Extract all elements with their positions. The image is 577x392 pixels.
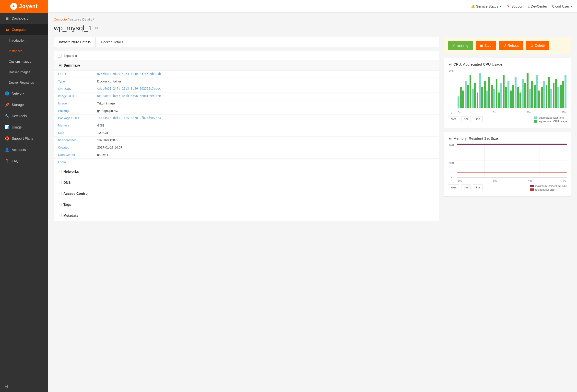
cn-uuid-value[interactable]: cdec4e60-2f7d-11e3-8c56-002590c3ebec xyxy=(97,87,435,91)
cpu-bar xyxy=(472,89,474,108)
sidebar-item-instances[interactable]: Instances xyxy=(0,46,48,56)
tab-docker[interactable]: Docker Details xyxy=(96,37,128,47)
cpu-bar xyxy=(491,85,493,108)
service-status-nav[interactable]: 🔔 Service Status ▾ xyxy=(471,4,501,8)
usage-icon: 📊 xyxy=(5,125,9,130)
logo[interactable]: + Joyent xyxy=(0,0,48,13)
sidebar-item-usage[interactable]: 📊 Usage xyxy=(0,122,48,133)
action-bar: ✔ running ◼ Stop ↺ Reboot ⊘ Delete xyxy=(444,37,571,54)
tags-section-header[interactable]: ✓ Tags xyxy=(54,199,439,210)
detail-image-uuid: Image UUID 6e92aeaa-b0c7-a6ab-3506-6e08f… xyxy=(54,93,439,100)
tab-infrastructure[interactable]: Infrastructure Details xyxy=(54,37,96,47)
cpu-bar xyxy=(481,87,483,108)
sidebar-item-faq[interactable]: ❓ FAQ xyxy=(0,155,48,167)
sidebar-label-custom-images: Custom Images xyxy=(9,60,31,63)
header-nav: 🔔 Service Status ▾ ❓ Support ℹ DevCenter… xyxy=(471,4,572,8)
reboot-button[interactable]: ↺ Reboot xyxy=(499,41,523,50)
edit-name-icon[interactable]: ✏ xyxy=(95,26,99,31)
sidebar-item-docker-registries[interactable]: Docker Registries xyxy=(0,77,48,88)
cpu-bar-button[interactable]: bar xyxy=(461,116,471,122)
cpu-bar xyxy=(500,83,502,108)
mem-line-button[interactable]: line xyxy=(473,185,483,190)
summary-content: UUID 0263b38c-9b90-4264-b24e-d3733c9ba25… xyxy=(54,70,439,166)
sidebar-item-docker-images[interactable]: Docker Images xyxy=(0,67,48,77)
sidebar-label-docker-registries: Docker Registries xyxy=(9,81,34,84)
mem-bar-button[interactable]: bar xyxy=(461,185,471,190)
cpu-bar xyxy=(536,75,538,108)
expand-all-button[interactable]: ✓ Expand all xyxy=(54,51,439,60)
networks-section-header[interactable]: ✓ Networks xyxy=(54,166,439,177)
sidebar-item-network[interactable]: 🌐 Network xyxy=(0,88,48,99)
cpu-bar xyxy=(529,89,531,108)
cpu-bar xyxy=(503,75,505,108)
cpu-bar xyxy=(474,83,476,108)
image-uuid-value[interactable]: 6e92aeaa-b0c7-a6ab-3506-6e08fc99942e xyxy=(97,94,435,98)
summary-section-header[interactable]: ▣ Summary xyxy=(54,60,439,70)
storage-icon: 📌 xyxy=(5,102,9,107)
grid-icon: ⊞ xyxy=(5,16,9,21)
mem-2gb-label: 2GB xyxy=(448,162,454,164)
sidebar-label-network: Network xyxy=(12,92,24,96)
sidebar-item-storage[interactable]: 📌 Storage xyxy=(0,99,48,110)
stop-button[interactable]: ◼ Stop xyxy=(476,41,496,50)
cpu-bar xyxy=(510,91,512,108)
header: + Joyent 🔔 Service Status ▾ ❓ Support ℹ … xyxy=(0,0,577,13)
right-panel: ✔ running ◼ Stop ↺ Reboot ⊘ Delete xyxy=(444,37,571,221)
cpu-area-button[interactable]: area xyxy=(448,116,459,122)
mem-chart-controls: area bar line xyxy=(448,185,483,190)
legend-cpu-color xyxy=(534,120,537,123)
cpu-bar xyxy=(484,81,486,108)
cpu-bar xyxy=(553,83,555,108)
cpu-bar xyxy=(565,75,567,108)
service-status-label: Service Status xyxy=(476,4,498,8)
memory-chart-footer: area bar line maximum resident set size xyxy=(448,185,567,192)
metadata-section-header[interactable]: ✓ Metadata xyxy=(54,210,439,221)
cn-uuid-label: CN UUID xyxy=(58,87,97,91)
devcenter-nav[interactable]: ℹ DevCenter xyxy=(528,4,547,8)
access-control-section-header[interactable]: ✓ Access Control xyxy=(54,188,439,199)
breadcrumb: Compute / Instance Details / xyxy=(54,18,571,21)
type-label: Type xyxy=(58,80,97,83)
cpu-x-labels: 0s 15s 30s 45s xyxy=(457,110,567,114)
sidebar-item-accounts[interactable]: 👤 Accounts xyxy=(0,144,48,155)
sidebar-item-dashboard[interactable]: ⊞ Dashboard xyxy=(0,13,48,24)
sidebar-item-devtools[interactable]: 🔧 Dev Tools xyxy=(0,110,48,122)
cpu-bar xyxy=(493,89,495,108)
sidebar-item-introduction[interactable]: Introduction xyxy=(0,35,48,46)
datacenter-value: us-sw-1 xyxy=(97,153,435,157)
cpu-bar xyxy=(541,87,543,108)
sidebar-label-docker-images: Docker Images xyxy=(9,70,30,74)
mem-4gb-label: 4GB xyxy=(448,143,454,146)
cpu-bar xyxy=(479,73,481,108)
breadcrumb-compute-link[interactable]: Compute xyxy=(54,18,67,21)
cpu-bar xyxy=(477,93,479,108)
package-uuid-value[interactable]: 14b0351e-d0f8-11e5-8a78-9fb74f9e7bc3 xyxy=(97,116,435,120)
mem-area-button[interactable]: area xyxy=(448,185,459,190)
image-value: Triton image xyxy=(97,101,435,105)
sidebar-item-compute[interactable]: 🖥 Compute xyxy=(0,24,48,35)
cpu-bar xyxy=(512,85,514,108)
delete-button[interactable]: ⊘ Delete xyxy=(526,41,549,50)
running-status-button[interactable]: ✔ running xyxy=(448,41,473,50)
detail-created: Created 2017-01-17 14:07 xyxy=(54,144,439,151)
cpu-line-button[interactable]: line xyxy=(473,116,483,122)
login-value[interactable] xyxy=(97,160,435,164)
cpu-chart-title: ▣ CPU: Aggregated CPU Usage xyxy=(448,62,567,66)
networks-section: ✓ Networks xyxy=(54,166,439,177)
cpu-bar xyxy=(550,89,552,108)
sidebar-label-dashboard: Dashboard xyxy=(12,16,29,20)
cloud-user-nav[interactable]: Cloud User ▾ xyxy=(552,4,572,8)
uuid-value[interactable]: 0263b38c-9b90-4264-b24e-d3733c9ba25b xyxy=(97,72,435,76)
sidebar-collapse-button[interactable]: ◀ xyxy=(0,381,48,392)
detail-ip: IP addresses 192.168.128.6 xyxy=(54,136,439,144)
mem-x-labels: 15s 30s 45s 0s xyxy=(457,179,567,183)
sidebar-item-custom-images[interactable]: Custom Images xyxy=(0,56,48,67)
sidebar-label-devtools: Dev Tools xyxy=(12,114,27,118)
memory-value: 4 GB xyxy=(97,124,435,127)
dns-section-header[interactable]: ✓ DNS xyxy=(54,177,439,188)
detail-panel: ✓ Expand all ▣ Summary UUID 0263b38c-9b9… xyxy=(54,51,439,221)
layout: ⊞ Dashboard 🖥 Compute Introduction Insta… xyxy=(0,13,577,392)
cpu-bar xyxy=(496,79,498,108)
support-nav[interactable]: ❓ Support xyxy=(506,4,523,8)
sidebar-item-support-plans[interactable]: 🛟 Support Plans xyxy=(0,133,48,144)
